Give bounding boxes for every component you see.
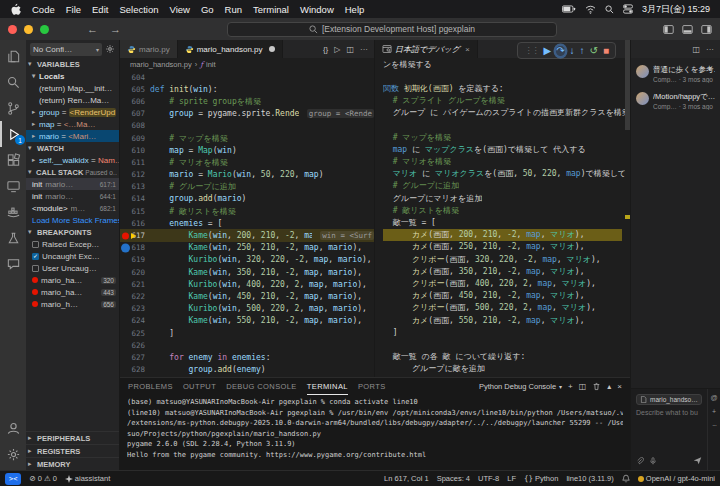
code-line[interactable]: 619 Kuribo(win, 320, 220, -2, map, mario… — [120, 254, 374, 266]
send-icon[interactable] — [693, 456, 702, 465]
panel-tab[interactable]: PORTS — [358, 378, 386, 395]
terminal[interactable]: (base) matsuo@YASUNARInoMacBook-Air pgex… — [120, 395, 630, 470]
minimize-window-button[interactable] — [24, 25, 33, 34]
activity-settings[interactable] — [0, 441, 26, 467]
activity-testing[interactable] — [0, 225, 26, 251]
new-terminal-icon[interactable]: + — [568, 382, 573, 391]
code-line[interactable]: 614 group.add(mario) — [120, 193, 374, 205]
sidebar-section-header[interactable]: ▸ REGISTERS — [26, 444, 119, 457]
code-line[interactable]: 605 def init(win): — [120, 83, 374, 95]
variable-row[interactable]: ▸ (return) Map.__init… — [26, 82, 119, 94]
gutter[interactable]: 606 — [120, 97, 150, 106]
dirty-indicator[interactable] — [269, 46, 275, 52]
eol[interactable]: LF — [507, 474, 516, 483]
gutter[interactable]: 616 — [120, 219, 150, 228]
gutter[interactable]: 608 — [120, 121, 150, 130]
context-chip[interactable]: mario_handso… — [636, 394, 702, 405]
code-editor[interactable]: 604 605 def init(win): — [120, 71, 374, 377]
code-line[interactable]: 621 Kuribo(win, 400, 220, 2, map, mario)… — [120, 278, 374, 290]
code-line[interactable]: 623 Kuribo(win, 500, 220, 2, map, mario)… — [120, 303, 374, 315]
activity-remote-explorer[interactable] — [0, 173, 26, 199]
gutter[interactable]: 628 — [120, 365, 150, 374]
debug-hint-icon[interactable] — [121, 243, 130, 252]
activity-explorer[interactable] — [0, 43, 26, 69]
code-line[interactable]: 613 # グループに追加 — [120, 181, 374, 193]
toggle-secondary-sidebar-icon[interactable] — [701, 24, 712, 35]
callstack-frame[interactable]: init mario… 644:1 — [26, 190, 119, 202]
split-terminal-icon[interactable]: ◫ — [579, 382, 587, 391]
maximize-panel-icon[interactable]: ▴ — [607, 382, 611, 391]
language-mode[interactable]: {} Python — [524, 474, 558, 483]
code-line[interactable]: 622 Kame(win, 450, 210, -2, map, mario), — [120, 290, 374, 302]
ellipsis-icon[interactable]: ··· — [712, 422, 716, 429]
gutter[interactable]: 625 — [120, 329, 150, 338]
menubar-item[interactable]: Selection — [119, 4, 158, 15]
step-into-button[interactable]: ↓ — [570, 46, 575, 56]
wifi-icon[interactable] — [585, 5, 596, 14]
code-line[interactable]: 612 mario = Mario(win, 50, 220, map) — [120, 169, 374, 181]
load-more-stack-frames[interactable]: Load More Stack Frames — [26, 214, 119, 226]
menubar-item[interactable]: Help — [345, 4, 365, 15]
forward-icon[interactable]: → — [110, 23, 121, 35]
run-python-file-icon[interactable]: ▷ — [334, 45, 340, 54]
split-editor-icon[interactable]: ◫ — [346, 45, 354, 54]
step-out-button[interactable]: ↑ — [580, 46, 585, 56]
code-line[interactable]: 627 for enemy in enemies: — [120, 351, 374, 363]
close-icon[interactable]: × — [465, 45, 470, 54]
breakpoint-row[interactable]: mario_ha… 320 — [26, 274, 119, 286]
code-line[interactable]: 608 — [120, 120, 374, 132]
indentation[interactable]: Spaces: 4 — [437, 474, 470, 483]
code-line[interactable]: 611 # マリオを構築 — [120, 156, 374, 168]
activity-comments[interactable] — [0, 251, 26, 277]
activity-containers[interactable] — [0, 199, 26, 225]
split-editor-icon[interactable]: ◫ — [692, 45, 700, 54]
gutter[interactable]: 617 — [120, 231, 150, 240]
chat-input-area[interactable]: mario_handso… Describe what to bu — [631, 389, 707, 470]
tab-japanese-debug[interactable]: 日本語でデバッグ × — [375, 40, 478, 58]
drag-handle[interactable]: ⋮⋮ — [524, 46, 538, 55]
zoom-window-button[interactable] — [40, 25, 49, 34]
gutter[interactable]: 612 — [120, 170, 150, 179]
tab-mario-handson-py[interactable]: mario_handson.py — [178, 40, 283, 58]
gutter[interactable]: 610 — [120, 146, 150, 155]
code-line[interactable]: 628 group.add(enemy) — [120, 364, 374, 376]
activity-run-debug[interactable]: 1 — [0, 121, 26, 147]
menubar-item[interactable]: View — [170, 4, 190, 15]
code-line[interactable]: 609 # マップを構築 — [120, 132, 374, 144]
activity-account[interactable] — [0, 415, 26, 441]
restart-button[interactable]: ↺ — [590, 46, 598, 56]
code-line[interactable]: 618 Kame(win, 250, 210, -2, map, mario), — [120, 242, 374, 254]
console-selector[interactable]: Python Debug Console ▾ — [479, 382, 562, 391]
panel-tab[interactable]: DEBUG CONSOLE — [226, 378, 297, 395]
activity-extensions[interactable] — [0, 147, 26, 173]
variable-row[interactable]: ▸ (return) Ren…Ma… — [26, 94, 119, 106]
comment-card[interactable]: /Motion/happyで… Comp… · 3 mos ago — [636, 92, 715, 110]
plus-icon[interactable]: + — [712, 408, 716, 415]
gutter[interactable]: 622 — [120, 292, 150, 301]
menubar-clock[interactable]: 3月7日(金) 15:29 — [642, 3, 710, 16]
code-line[interactable]: 616 enemies = [ — [120, 217, 374, 229]
section-breakpoints[interactable]: ▾ BREAKPOINTS — [26, 226, 119, 238]
ai-model-status[interactable]: OpenAI / gpt-4o-mini — [638, 474, 715, 483]
gear-icon[interactable] — [105, 44, 115, 54]
section-variables[interactable]: ▾ VARIABLES — [26, 58, 119, 70]
gutter[interactable]: 618 — [120, 243, 150, 252]
aiassistant-status[interactable]: aiassistant — [65, 474, 110, 483]
panel-tab[interactable]: PROBLEMS — [128, 378, 173, 395]
battery-icon[interactable] — [562, 5, 576, 13]
menubar-item[interactable]: Go — [201, 4, 214, 15]
panel-tab[interactable]: TERMINAL — [307, 378, 348, 395]
gutter[interactable]: 626 — [120, 341, 150, 350]
ellipsis-icon[interactable]: ··· — [360, 45, 368, 54]
code-line[interactable]: 620 Kame(win, 350, 210, -2, map, mario), — [120, 266, 374, 278]
callstack-frame[interactable]: <module> m… 682:1 — [26, 202, 119, 214]
breakpoint-row[interactable]: mario_h… 656 — [26, 298, 119, 310]
menubar-item[interactable]: Code — [32, 4, 55, 15]
spotlight-icon[interactable] — [605, 5, 614, 14]
breakpoint-row[interactable]: User Uncaug… — [26, 262, 119, 274]
variable-row[interactable]: ▸ mario = <Mari… — [26, 130, 119, 142]
code-line[interactable]: 610 map = Map(win) — [120, 144, 374, 156]
scope-locals[interactable]: ▾ Locals — [26, 70, 119, 82]
gutter[interactable]: 621 — [120, 280, 150, 289]
continue-button[interactable]: ▶ — [543, 46, 551, 56]
